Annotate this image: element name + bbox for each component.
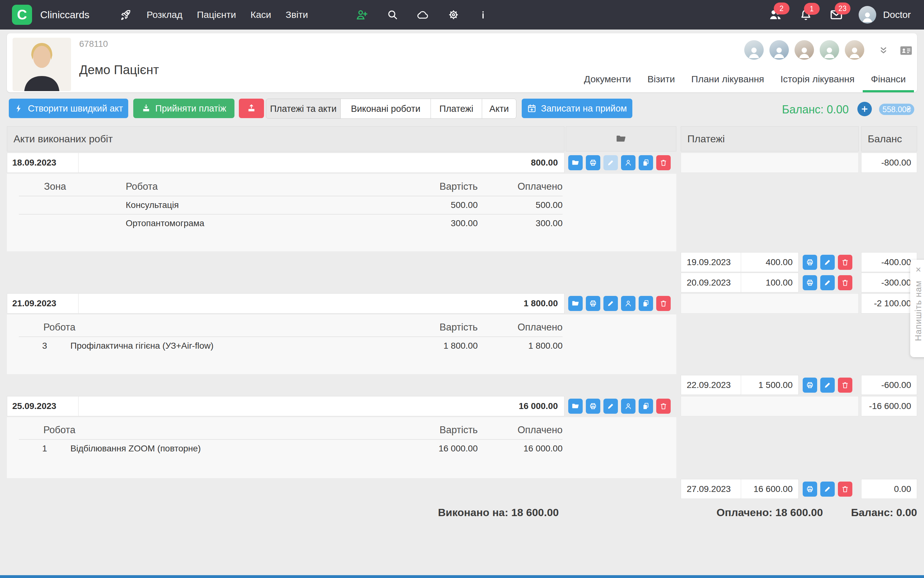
- nav-item-schedule[interactable]: Розклад: [146, 10, 182, 20]
- act-date[interactable]: 21.09.2023: [7, 294, 78, 313]
- work-name: Ортопантомограма: [126, 218, 408, 228]
- print-icon[interactable]: [803, 378, 817, 393]
- delete-icon[interactable]: [656, 399, 671, 414]
- folder-icon[interactable]: [615, 133, 627, 144]
- nav-item-reports[interactable]: Звіти: [286, 10, 308, 20]
- patient-photo[interactable]: [13, 38, 71, 91]
- info-icon[interactable]: [478, 10, 488, 20]
- work-paid: 300.00: [478, 218, 563, 228]
- tab-visits[interactable]: Візити: [639, 68, 683, 93]
- create-quick-act-button[interactable]: Створити швидкий акт: [9, 99, 128, 118]
- folder-open-icon[interactable]: [568, 399, 583, 414]
- delete-icon[interactable]: [838, 255, 852, 270]
- total-paid: Оплачено: 18 600.00: [681, 507, 859, 519]
- assign-person-icon[interactable]: [621, 399, 636, 414]
- payment-date[interactable]: 19.09.2023: [681, 252, 741, 272]
- work-row[interactable]: Консультація 500.00 500.00: [19, 196, 563, 214]
- segment-completed-works[interactable]: Виконані роботи: [340, 99, 431, 119]
- add-patient-icon[interactable]: [355, 8, 368, 21]
- payment-date[interactable]: 20.09.2023: [681, 273, 741, 292]
- contacts-icon[interactable]: 2: [768, 8, 782, 22]
- bonus-pill[interactable]: 558.00₴: [879, 104, 914, 115]
- duplicate-icon[interactable]: [639, 296, 653, 311]
- mail-icon[interactable]: 23: [829, 8, 844, 22]
- download-icon: [142, 104, 151, 113]
- print-icon[interactable]: [586, 155, 600, 170]
- accept-payment-button[interactable]: Прийняти платіж: [133, 99, 234, 118]
- duplicate-icon[interactable]: [639, 399, 653, 414]
- doctor-avatar[interactable]: [845, 40, 864, 60]
- cloud-icon[interactable]: [417, 8, 429, 21]
- act-detail: Робота Вартість Оплачено 3 Профілактична…: [7, 315, 676, 374]
- assign-person-icon[interactable]: [621, 296, 636, 311]
- edit-icon[interactable]: [820, 255, 835, 270]
- app-logo[interactable]: C: [12, 5, 32, 25]
- delete-icon[interactable]: [656, 155, 671, 170]
- doctor-avatar[interactable]: [769, 40, 789, 60]
- payment-date[interactable]: 22.09.2023: [681, 375, 741, 395]
- act-date[interactable]: 25.09.2023: [7, 396, 78, 416]
- book-appointment-button[interactable]: Записати на прийом: [522, 99, 632, 118]
- edit-icon[interactable]: [604, 296, 618, 311]
- folder-open-icon[interactable]: [568, 296, 583, 311]
- segment-payments[interactable]: Платежі: [431, 99, 482, 119]
- print-icon[interactable]: [803, 255, 817, 270]
- edit-icon[interactable]: [604, 399, 618, 414]
- delete-icon[interactable]: [838, 275, 852, 290]
- gear-icon[interactable]: [447, 9, 459, 21]
- close-icon[interactable]: ×: [916, 264, 921, 275]
- refund-button[interactable]: [239, 99, 264, 118]
- doctor-avatar[interactable]: [820, 40, 839, 60]
- rocket-icon[interactable]: [119, 8, 132, 21]
- feedback-label[interactable]: Напишіть нам: [913, 281, 923, 341]
- nav-item-patients[interactable]: Пацієнти: [197, 10, 236, 20]
- duplicate-icon[interactable]: [639, 155, 653, 170]
- tab-documents[interactable]: Документи: [576, 68, 639, 93]
- patient-header-card: 678110 Демо Пацієнт Документи Візити Пла…: [7, 33, 917, 93]
- patient-name[interactable]: Демо Пацієнт: [79, 63, 159, 77]
- nav-item-cash[interactable]: Каси: [251, 10, 271, 20]
- delete-icon[interactable]: [838, 482, 852, 497]
- print-icon[interactable]: [803, 275, 817, 290]
- tab-finances[interactable]: Фінанси: [863, 68, 914, 93]
- running-balance: -400.00: [861, 252, 917, 272]
- folder-open-icon[interactable]: [568, 155, 583, 170]
- col-cost: Вартість: [408, 424, 478, 436]
- user-name[interactable]: Doctor: [883, 10, 911, 20]
- segment-payments-and-acts[interactable]: Платежі та акти: [266, 99, 341, 119]
- delete-icon[interactable]: [838, 378, 852, 393]
- delete-icon[interactable]: [656, 296, 671, 311]
- print-icon[interactable]: [586, 399, 600, 414]
- add-bonus-button[interactable]: [857, 102, 872, 116]
- feedback-widget[interactable]: × Напишіть нам: [910, 260, 924, 357]
- contact-card-icon[interactable]: [899, 43, 913, 58]
- work-cost: 1 800.00: [408, 341, 478, 351]
- edit-icon[interactable]: [820, 275, 835, 290]
- work-name: Профілактична гігієна (УЗ+Air-flow): [70, 341, 408, 351]
- print-icon[interactable]: [803, 482, 817, 497]
- col-paid: Оплачено: [478, 424, 563, 436]
- work-paid: 500.00: [478, 200, 563, 210]
- edit-icon[interactable]: [820, 378, 835, 393]
- col-cost: Вартість: [408, 181, 478, 192]
- edit-icon[interactable]: [820, 482, 835, 497]
- segment-acts[interactable]: Акти: [482, 99, 516, 119]
- print-icon[interactable]: [586, 296, 600, 311]
- tab-treatment-history[interactable]: Історія лікування: [772, 68, 863, 93]
- payment-date[interactable]: 27.09.2023: [681, 479, 741, 499]
- work-qty: 1: [19, 443, 70, 454]
- create-quick-act-label: Створити швидкий акт: [28, 103, 123, 114]
- bell-icon[interactable]: 1: [799, 8, 813, 22]
- tab-treatment-plans[interactable]: Плани лікування: [683, 68, 773, 93]
- act-date[interactable]: 18.09.2023: [7, 153, 78, 173]
- user-avatar[interactable]: [859, 6, 876, 24]
- work-row[interactable]: Ортопантомограма 300.00 300.00: [19, 214, 563, 232]
- payment-amount: 100.00: [741, 273, 799, 292]
- work-row[interactable]: 1 Відбілювання ZOOM (повторне) 16 000.00…: [19, 439, 563, 457]
- assign-person-icon[interactable]: [621, 155, 636, 170]
- work-row[interactable]: 3 Профілактична гігієна (УЗ+Air-flow) 1 …: [19, 336, 563, 355]
- search-icon[interactable]: [387, 9, 399, 21]
- chevron-double-down-icon[interactable]: [877, 45, 890, 57]
- doctor-avatar[interactable]: [794, 40, 814, 60]
- doctor-avatar[interactable]: [744, 40, 764, 60]
